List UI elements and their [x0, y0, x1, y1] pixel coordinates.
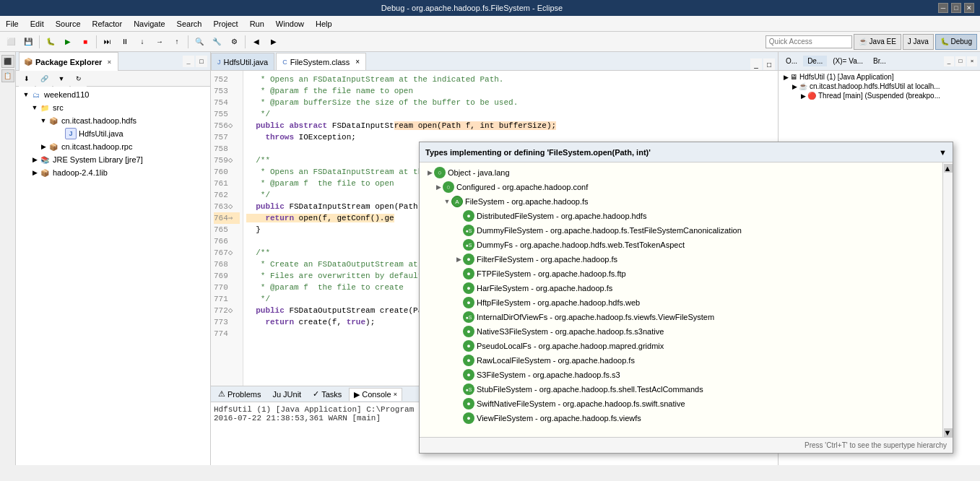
- right-maximize[interactable]: □: [955, 56, 966, 66]
- right-close[interactable]: ×: [967, 56, 977, 66]
- popup-item-dummyfs2[interactable]: ●S DummyFs - org.apache.hadoop.hdfs.web.…: [422, 238, 940, 252]
- tab-variables[interactable]: (X)= Va...: [828, 56, 867, 66]
- tree-jre[interactable]: ▶ 📚 JRE System Library [jre7]: [17, 153, 209, 166]
- editor-maximize[interactable]: □: [763, 58, 775, 70]
- tree-filter[interactable]: ▼: [53, 71, 69, 87]
- save-button[interactable]: 💾: [20, 34, 36, 50]
- scroll-up[interactable]: ▲: [944, 164, 953, 173]
- menu-source[interactable]: Source: [50, 16, 87, 32]
- popup-close-btn[interactable]: ▼: [939, 148, 947, 157]
- toolbar-btn-1[interactable]: 🔍: [191, 34, 207, 50]
- tree-src[interactable]: ▼ 📁 src: [17, 101, 209, 114]
- menu-project[interactable]: Project: [207, 16, 243, 32]
- resume-button[interactable]: ⏭: [100, 34, 116, 50]
- tree-hdfsutil-java[interactable]: J HdfsUtil.java: [17, 127, 209, 140]
- toolbar-btn-2[interactable]: 🔧: [209, 34, 225, 50]
- debug-arrow-3: ▶: [799, 92, 807, 100]
- icon-dummyfs2: ●S: [463, 239, 474, 251]
- link-editor[interactable]: 🔗: [36, 71, 52, 87]
- debug-hdfsutil-app[interactable]: ▶ 🖥 HdfsUtil (1) [Java Application]: [780, 72, 979, 82]
- maximize-panel[interactable]: □: [196, 56, 207, 67]
- run-button[interactable]: ▶: [60, 34, 76, 50]
- menu-help[interactable]: Help: [310, 16, 338, 32]
- problems-icon: ⚠: [218, 389, 225, 399]
- tree-hdfs-pkg[interactable]: ▼ 📦 cn.itcast.hadoop.hdfs: [17, 114, 209, 127]
- popup-item-object[interactable]: ▶ ○ Object - java.lang: [422, 165, 940, 180]
- label-filter: FilterFileSystem - org.apache.hadoop.fs: [477, 255, 617, 264]
- tab-filesystem[interactable]: C FileSystem.class ×: [276, 53, 366, 70]
- new-button[interactable]: ⬜: [3, 34, 19, 50]
- popup-item-natives3[interactable]: ● NativeS3FileSystem - org.apache.hadoop…: [422, 324, 940, 339]
- popup-scrollbar[interactable]: ▲ ▼: [942, 162, 953, 437]
- perspective-java-ee[interactable]: ☕ Java EE: [854, 34, 901, 50]
- side-icon-2[interactable]: 📋: [1, 69, 14, 82]
- console-close-icon[interactable]: ×: [394, 391, 397, 398]
- tab-debug[interactable]: De...: [803, 56, 827, 66]
- menu-refactor[interactable]: Refactor: [87, 16, 129, 32]
- label-rawlocal: RawLocalFileSystem - org.apache.hadoop.f…: [477, 356, 635, 365]
- toolbar-btn-5[interactable]: ▶: [266, 34, 282, 50]
- popup-item-s3[interactable]: ● S3FileSystem - org.apache.hadoop.fs.s3: [422, 368, 940, 382]
- package-explorer-close[interactable]: ×: [105, 58, 113, 66]
- tree-root-weekend[interactable]: ▼ 🗂 weekend110: [17, 88, 209, 101]
- popup-item-filter[interactable]: ▶ ● FilterFileSystem - org.apache.hadoop…: [422, 252, 940, 266]
- popup-item-har[interactable]: ● HarFileSystem - org.apache.hadoop.fs: [422, 281, 940, 295]
- menu-navigate[interactable]: Navigate: [128, 16, 170, 32]
- suspend-button[interactable]: ⏸: [117, 34, 133, 50]
- editor-minimize[interactable]: _: [750, 58, 762, 70]
- toolbar-btn-3[interactable]: ⚙: [226, 34, 242, 50]
- collapse-all[interactable]: ⬇: [19, 71, 35, 87]
- popup-item-stub[interactable]: ●S StubFileSystem - org.apache.hadoop.fs…: [422, 382, 940, 396]
- stop-button[interactable]: ■: [77, 34, 93, 50]
- maximize-button[interactable]: □: [951, 3, 961, 13]
- popup-item-filesystem[interactable]: ▼ A FileSystem - org.apache.hadoop.fs: [422, 194, 940, 209]
- minimize-button[interactable]: ─: [938, 3, 948, 13]
- tab-console[interactable]: ▶ Console ×: [349, 388, 402, 401]
- popup-tree-content: ▶ ○ Object - java.lang ▶ ○ Configured - …: [420, 162, 942, 437]
- popup-item-rawlocal[interactable]: ● RawLocalFileSystem - org.apache.hadoop…: [422, 353, 940, 368]
- popup-item-ftp[interactable]: ● FTPFileSystem - org.apache.hadoop.fs.f…: [422, 266, 940, 281]
- minimize-panel[interactable]: _: [183, 56, 194, 67]
- step-return[interactable]: ↑: [169, 34, 185, 50]
- sync-button[interactable]: ↻: [71, 71, 87, 87]
- menu-search[interactable]: Search: [171, 16, 208, 32]
- menu-bar: File Edit Source Refactor Navigate Searc…: [0, 16, 980, 32]
- popup-item-configured[interactable]: ▶ ○ Configured - org.apache.hadoop.conf: [422, 180, 940, 194]
- menu-file[interactable]: File: [0, 16, 25, 32]
- tab-outline[interactable]: O...: [781, 56, 802, 66]
- debug-button[interactable]: 🐛: [43, 34, 58, 50]
- tab-problems[interactable]: ⚠ Problems: [214, 388, 265, 400]
- tree-rpc-pkg[interactable]: ▶ 📦 cn.itcast.hadoop.rpc: [17, 140, 209, 153]
- package-explorer-tab[interactable]: 📦 Package Explorer ×: [19, 52, 118, 71]
- filesystem-tab-close[interactable]: ×: [355, 58, 360, 66]
- popup-item-distributed[interactable]: ● DistributedFileSystem - org.apache.had…: [422, 209, 940, 223]
- scroll-down[interactable]: ▼: [944, 428, 953, 437]
- side-icon-1[interactable]: ⬛: [1, 55, 14, 68]
- popup-item-dummyfs[interactable]: ●S DummyFileSystem - org.apache.hadoop.f…: [422, 223, 940, 238]
- right-minimize[interactable]: _: [944, 56, 954, 66]
- tab-tasks[interactable]: ✓ Tasks: [308, 388, 346, 400]
- popup-item-swift[interactable]: ● SwiftNativeFileSystem - org.apache.had…: [422, 396, 940, 411]
- debug-hdfsutil-thread[interactable]: ▶ ☕ cn.itcast.hadoop.hdfs.HdfsUtil at lo…: [780, 82, 979, 91]
- debug-main-thread[interactable]: ▶ 🔴 Thread [main] (Suspended (breakpo...: [780, 91, 979, 100]
- step-over[interactable]: →: [152, 34, 168, 50]
- menu-window[interactable]: Window: [270, 16, 310, 32]
- toolbar-btn-4[interactable]: ◀: [248, 34, 264, 50]
- popup-title: Types implementing or defining 'FileSyst…: [425, 148, 651, 157]
- quick-access-input[interactable]: [766, 35, 852, 48]
- tab-hdfsutil[interactable]: J HdfsUtil.java: [211, 53, 274, 70]
- popup-item-pseudo[interactable]: ● PseudoLocalFs - org.apache.hadoop.mapr…: [422, 339, 940, 353]
- tab-breakpoints[interactable]: Br...: [869, 56, 890, 66]
- icon-hftp: ●: [463, 297, 474, 308]
- perspective-debug[interactable]: 🐛 Debug: [935, 34, 977, 50]
- step-into[interactable]: ↓: [134, 34, 150, 50]
- menu-edit[interactable]: Edit: [25, 16, 50, 32]
- perspective-java[interactable]: J Java: [903, 34, 934, 50]
- popup-item-internal[interactable]: ●S InternalDirOfViewFs - org.apache.hado…: [422, 310, 940, 324]
- menu-run[interactable]: Run: [244, 16, 270, 32]
- close-button[interactable]: ✕: [964, 3, 974, 13]
- tree-hadoop-lib[interactable]: ▶ 📦 hadoop-2.4.1lib: [17, 166, 209, 179]
- tab-junit[interactable]: Ju JUnit: [268, 389, 305, 400]
- popup-item-view[interactable]: ● ViewFileSystem - org.apache.hadoop.fs.…: [422, 411, 940, 425]
- popup-item-hftp[interactable]: ● HftpFileSystem - org.apache.hadoop.hdf…: [422, 295, 940, 310]
